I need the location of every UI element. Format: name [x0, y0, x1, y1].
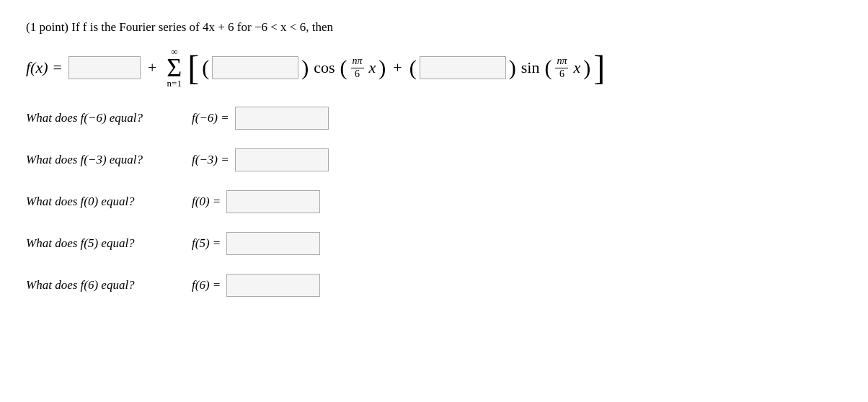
- sigma-notation: ∞ Σ n=1: [167, 46, 182, 89]
- open-paren-sin: (: [409, 57, 417, 79]
- questions-section: What does f(−6) equal? f(−6) = What does…: [26, 107, 842, 297]
- sigma-symbol: Σ: [167, 55, 182, 81]
- main-container: (1 point) If f is the Fourier series of …: [0, 0, 868, 402]
- cos-frac-num: nπ: [351, 55, 364, 68]
- question-eq-1: f(−6) =: [192, 111, 229, 125]
- cos-arg-close: ): [378, 57, 386, 79]
- close-paren-cos: ): [301, 57, 309, 79]
- sigma-sub: n=1: [167, 78, 182, 89]
- question-row-2: What does f(−3) equal? f(−3) =: [26, 148, 842, 171]
- question-eq-2: f(−3) =: [192, 153, 229, 167]
- sin-frac-num: nπ: [555, 55, 568, 68]
- answer-input-5[interactable]: [226, 274, 320, 297]
- cos-frac-den: 6: [353, 68, 361, 81]
- sin-arg-close: ): [583, 57, 590, 79]
- sin-arg-open: (: [544, 57, 552, 79]
- answer-input-1[interactable]: [235, 107, 329, 130]
- sin-x-var: x: [573, 58, 580, 77]
- sin-frac-den: 6: [558, 68, 566, 81]
- cos-arg-open: (: [340, 57, 347, 79]
- close-bracket: ]: [593, 50, 605, 85]
- open-bracket: [: [187, 50, 199, 85]
- plus-between: +: [393, 58, 402, 77]
- question-text-2: What does f(−3) equal?: [26, 153, 192, 167]
- constant-term-input[interactable]: [68, 56, 141, 79]
- question-row-4: What does f(5) equal? f(5) =: [26, 232, 842, 255]
- sin-fraction: nπ 6: [555, 55, 568, 81]
- question-text-5: What does f(6) equal?: [26, 278, 192, 292]
- cos-fraction: nπ 6: [351, 55, 364, 81]
- question-text-4: What does f(5) equal?: [26, 236, 192, 251]
- cos-coefficient-input[interactable]: [212, 56, 298, 79]
- formula-row: f(x) = + ∞ Σ n=1 [ ( ) cos ( nπ 6 x ) +: [26, 46, 842, 89]
- problem-text: (1 point) If f is the Fourier series of …: [26, 20, 333, 34]
- cos-label: cos: [314, 58, 335, 77]
- sin-label: sin: [521, 58, 540, 77]
- question-eq-5: f(6) =: [192, 278, 221, 292]
- question-row-3: What does f(0) equal? f(0) =: [26, 190, 842, 213]
- fx-label: f(x) =: [26, 58, 63, 77]
- answer-input-3[interactable]: [226, 190, 320, 213]
- cos-x-var: x: [369, 58, 376, 77]
- question-row-5: What does f(6) equal? f(6) =: [26, 274, 842, 297]
- plus-sigma: +: [148, 58, 156, 77]
- question-eq-4: f(5) =: [192, 236, 221, 251]
- question-text-1: What does f(−6) equal?: [26, 111, 192, 125]
- close-paren-sin: ): [509, 57, 516, 79]
- sin-coefficient-input[interactable]: [420, 56, 506, 79]
- answer-input-4[interactable]: [226, 232, 320, 255]
- question-row-1: What does f(−6) equal? f(−6) =: [26, 107, 842, 130]
- open-paren-cos: (: [202, 57, 209, 79]
- question-eq-3: f(0) =: [192, 195, 221, 209]
- question-text-3: What does f(0) equal?: [26, 195, 192, 209]
- problem-statement: (1 point) If f is the Fourier series of …: [26, 20, 842, 35]
- answer-input-2[interactable]: [235, 148, 329, 171]
